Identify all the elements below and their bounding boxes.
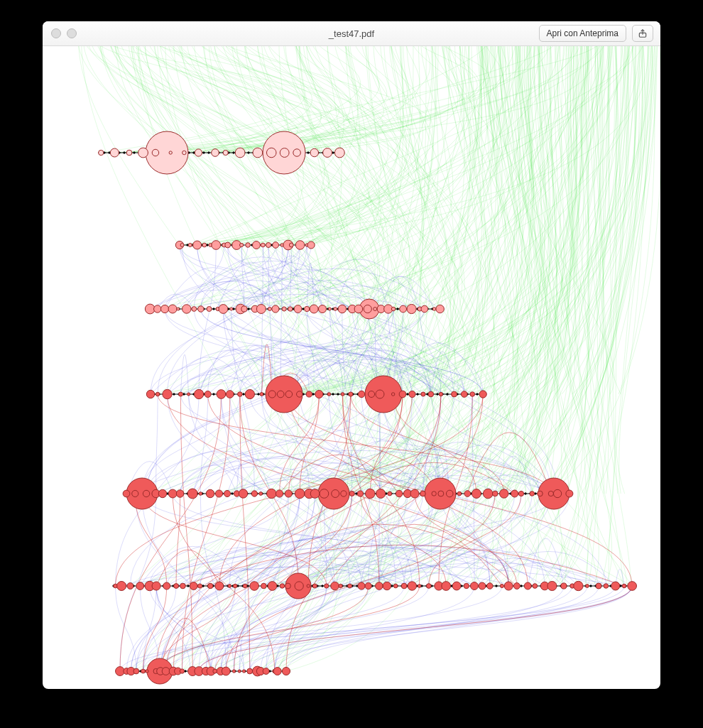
svg-point-667 <box>586 585 589 588</box>
svg-point-532 <box>226 391 234 398</box>
svg-point-609 <box>548 491 553 496</box>
svg-point-603 <box>492 491 498 496</box>
svg-point-597 <box>438 491 444 496</box>
svg-point-533 <box>238 392 243 397</box>
svg-point-193 <box>407 393 408 395</box>
svg-point-441 <box>99 150 104 155</box>
svg-point-469 <box>239 243 243 246</box>
svg-point-112 <box>303 308 304 310</box>
svg-point-596 <box>432 491 436 496</box>
svg-point-607 <box>530 491 535 496</box>
svg-point-525 <box>156 392 160 396</box>
svg-point-465 <box>212 241 221 250</box>
svg-point-451 <box>235 148 245 158</box>
svg-point-627 <box>233 584 237 588</box>
svg-point-543 <box>341 393 344 396</box>
svg-point-586 <box>341 491 347 496</box>
svg-point-502 <box>294 305 302 313</box>
svg-point-654 <box>470 582 478 590</box>
svg-point-146 <box>173 393 175 395</box>
svg-point-377 <box>496 585 497 587</box>
svg-point-663 <box>547 581 557 590</box>
svg-point-462 <box>193 241 202 249</box>
svg-point-160 <box>243 393 244 395</box>
svg-point-679 <box>146 670 148 673</box>
svg-point-24 <box>208 152 209 153</box>
svg-point-575 <box>239 489 247 498</box>
svg-point-396 <box>590 585 592 587</box>
svg-point-605 <box>511 490 518 497</box>
svg-point-488 <box>192 307 197 312</box>
svg-point-44 <box>307 152 309 153</box>
svg-point-583 <box>310 489 320 499</box>
svg-point-318 <box>202 585 204 587</box>
svg-point-608 <box>538 491 543 496</box>
svg-point-630 <box>261 583 267 589</box>
svg-point-625 <box>215 582 224 590</box>
svg-point-564 <box>143 490 149 496</box>
svg-point-639 <box>339 584 342 587</box>
svg-point-537 <box>277 391 284 398</box>
svg-point-590 <box>376 489 386 499</box>
svg-point-635 <box>307 585 310 587</box>
svg-point-472 <box>261 243 265 247</box>
svg-point-594 <box>410 489 419 498</box>
svg-point-703 <box>282 667 290 675</box>
svg-point-623 <box>197 584 202 588</box>
svg-point-487 <box>182 305 191 313</box>
svg-point-520 <box>432 308 436 311</box>
svg-point-528 <box>187 393 190 396</box>
svg-point-615 <box>127 583 133 590</box>
svg-point-661 <box>533 584 538 589</box>
svg-point-563 <box>132 490 138 496</box>
svg-point-443 <box>126 150 132 156</box>
svg-point-616 <box>136 582 144 590</box>
svg-point-534 <box>245 389 254 398</box>
svg-point-668 <box>596 583 601 589</box>
svg-point-446 <box>169 151 172 154</box>
open-with-button[interactable]: Apri con Anteprima <box>539 25 626 42</box>
svg-point-549 <box>399 391 406 398</box>
svg-point-471 <box>253 241 261 249</box>
svg-point-633 <box>285 583 291 589</box>
svg-point-461 <box>188 243 192 246</box>
svg-point-521 <box>436 305 444 313</box>
svg-point-500 <box>282 307 286 311</box>
svg-point-626 <box>228 585 231 588</box>
svg-point-621 <box>180 583 186 589</box>
close-icon[interactable] <box>51 28 61 38</box>
svg-point-694 <box>232 670 235 673</box>
svg-point-652 <box>452 582 461 590</box>
svg-point-483 <box>154 305 161 313</box>
svg-point-504 <box>310 305 318 313</box>
svg-point-658 <box>504 582 513 590</box>
svg-point-148 <box>183 393 185 395</box>
svg-point-480 <box>307 241 315 249</box>
svg-point-585 <box>332 490 339 498</box>
svg-point-199 <box>437 393 438 395</box>
svg-point-572 <box>215 490 222 497</box>
svg-point-555 <box>461 391 467 398</box>
svg-point-695 <box>238 670 241 673</box>
svg-point-524 <box>146 390 154 398</box>
svg-point-545 <box>358 391 364 397</box>
svg-point-49 <box>332 152 334 153</box>
svg-point-531 <box>217 390 226 399</box>
svg-point-7 <box>124 152 125 153</box>
svg-point-579 <box>276 490 283 497</box>
svg-point-497 <box>256 305 266 314</box>
svg-point-292 <box>535 493 536 494</box>
svg-point-577 <box>259 492 263 496</box>
svg-point-529 <box>194 389 203 398</box>
svg-point-511 <box>364 305 371 313</box>
svg-point-693 <box>222 667 230 675</box>
open-with-label: Apri con Anteprima <box>547 28 618 38</box>
svg-point-629 <box>250 582 259 591</box>
svg-point-455 <box>293 149 301 157</box>
document-viewport[interactable] <box>43 46 660 689</box>
svg-point-9 <box>133 152 135 153</box>
share-button[interactable] <box>632 25 653 42</box>
minimize-icon[interactable] <box>67 28 77 38</box>
svg-point-646 <box>401 583 407 589</box>
svg-point-576 <box>251 491 257 496</box>
